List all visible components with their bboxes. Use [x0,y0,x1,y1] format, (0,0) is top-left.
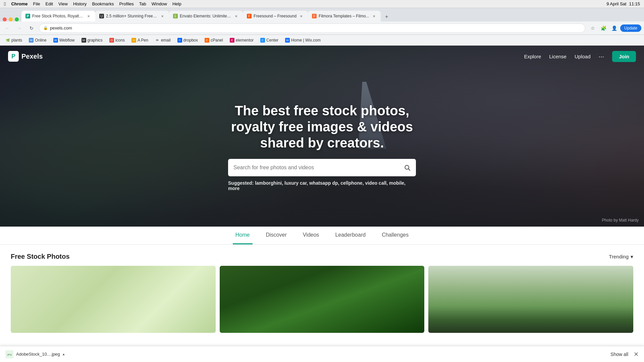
search-container: Suggested: lamborghini, luxury car, what… [228,159,416,191]
app-menu-file[interactable]: File [33,1,40,6]
bookmark-label-dropbox: dropbox [183,38,198,43]
menubar-time: 11:15 [629,1,640,6]
bookmark-email[interactable]: ✉ email [152,37,173,44]
bookmark-label-apen: A Pen [138,38,148,43]
nav-license[interactable]: License [549,54,567,59]
search-suggestions: Suggested: lamborghini, luxury car, what… [228,180,416,191]
nav-explore[interactable]: Explore [524,54,541,59]
suggestions-text[interactable]: lamborghini, luxury car, whatsapp dp, ce… [228,180,406,191]
header-nav: Explore License Upload ··· Join [524,51,636,62]
search-input[interactable] [233,165,400,171]
hero-title: The best free stock photos, royalty free… [221,103,423,151]
browser-tab-pexels[interactable]: P Free Stock Photos, Royalty Fre... ✕ [21,11,95,21]
app-menu-view[interactable]: View [58,1,68,6]
bookmark-favicon-cpanel: C [205,38,209,43]
bookmark-plants[interactable]: 🌿 plants [3,37,25,44]
app-menu-profiles[interactable]: Profiles [119,1,133,6]
bookmark-icons[interactable]: O icons [107,37,127,44]
chevron-down-icon: ▾ [631,254,633,260]
bookmark-label-wix: Home | Wix.com [291,38,321,43]
bookmark-label-elementor: elementor [236,38,254,43]
tab-close-unsplash[interactable]: ✕ [160,13,165,19]
app-menu-chrome[interactable]: Chrome [11,1,28,6]
photo-card-3[interactable] [428,266,633,333]
window-close-button[interactable] [3,17,7,21]
bookmark-favicon-online: W [29,38,34,43]
nav-more-icon[interactable]: ··· [598,53,604,60]
tab-favicon-unsplash: U [99,14,104,18]
photo-card-1[interactable] [11,266,216,333]
bookmark-dropbox[interactable]: D dropbox [175,37,201,44]
trending-dropdown[interactable]: Trending ▾ [609,254,633,260]
window-maximize-button[interactable] [15,17,19,21]
bookmark-favicon-dropbox: D [177,38,182,43]
new-tab-button[interactable]: + [382,12,391,21]
traffic-lights [3,17,19,21]
tab-close-filmora[interactable]: ✕ [371,13,377,19]
photos-header: Free Stock Photos Trending ▾ [11,253,633,260]
app-menu-window[interactable]: Window [152,1,167,6]
tab-title-unsplash: 2.5 million+ Stunning Free Ima... [106,14,158,18]
ssl-lock-icon: 🔒 [43,26,48,30]
app-menu-help[interactable]: Help [172,1,181,6]
bookmark-webflow[interactable]: W Webflow [51,37,77,44]
bookmark-wix[interactable]: W Home | Wix.com [282,37,323,44]
photo-grid [11,266,633,333]
tab-favicon-pexels: P [25,14,30,18]
reload-button[interactable]: ↻ [27,23,36,33]
forward-button[interactable]: → [15,23,24,33]
trending-label: Trending [609,254,629,259]
browser-tab-filmora[interactable]: F Filmora Templates – Filmo... ✕ [308,11,381,21]
bookmark-apen[interactable]: A A Pen [129,37,151,44]
tab-title-freesound: Freesound – Freesound [254,14,297,18]
extension-puzzle-icon[interactable]: 🧩 [599,23,608,33]
url-text: pexels.com [50,25,581,31]
photo-card-2[interactable] [220,266,425,333]
tab-favicon-filmora: F [312,14,317,18]
tab-home[interactable]: Home [233,227,253,244]
hero-content: The best free stock photos, royalty free… [0,46,644,227]
browser-tab-freesound[interactable]: F Freesound – Freesound ✕ [243,11,308,21]
tab-close-envato[interactable]: ✕ [233,13,239,19]
url-bar[interactable]: 🔒 pexels.com [39,23,585,33]
bookmark-star-icon[interactable]: ☆ [588,23,597,33]
bookmark-favicon-webflow: W [53,38,58,43]
back-button[interactable]: ← [3,23,12,33]
browser-tab-envato[interactable]: E Envato Elements: Unlimited St... ✕ [169,11,243,21]
app-menu-history[interactable]: History [73,1,87,6]
bookmark-label-online: Online [35,38,47,43]
search-button[interactable] [404,164,411,171]
nav-upload[interactable]: Upload [575,54,591,59]
app-menu-tab[interactable]: Tab [139,1,146,6]
bookmark-cpanel[interactable]: C cPanel [202,37,226,44]
tab-close-pexels[interactable]: ✕ [86,13,91,19]
window-minimize-button[interactable] [9,17,13,21]
bookmark-graphics[interactable]: M graphics [79,37,105,44]
address-bar: ← → ↻ 🔒 pexels.com ☆ 🧩 👤 Update [0,21,644,35]
tab-title-pexels: Free Stock Photos, Royalty Fre... [32,14,84,18]
browser-tab-unsplash[interactable]: U 2.5 million+ Stunning Free Ima... ✕ [95,11,169,21]
join-button[interactable]: Join [612,51,636,62]
bookmark-favicon-center: C [260,38,265,43]
bookmarks-bar: 🌿 plants W Online W Webflow M graphics O… [0,35,644,46]
site-logo[interactable]: P Pexels [8,51,43,62]
tab-videos[interactable]: Videos [300,227,322,244]
tab-leaderboard[interactable]: Leaderboard [332,227,368,244]
bookmark-online[interactable]: W Online [26,37,49,44]
page-content: P Pexels Explore License Upload ··· Join… [0,46,644,341]
bookmark-favicon-apen: A [131,38,136,43]
update-chrome-button[interactable]: Update [620,24,641,32]
mac-menubar:  Chrome File Edit View History Bookmark… [0,0,644,8]
profile-avatar-icon[interactable]: 👤 [609,23,619,33]
tab-challenges[interactable]: Challenges [379,227,411,244]
apple-menu[interactable]:  [4,1,6,7]
app-menu-bookmarks[interactable]: Bookmarks [92,1,114,6]
app-menu-edit[interactable]: Edit [46,1,53,6]
bookmark-elementor[interactable]: E elementor [227,37,256,44]
bookmark-label-plants: plants [11,38,22,43]
bookmark-center[interactable]: C Center [258,37,281,44]
tab-discover[interactable]: Discover [263,227,289,244]
tab-close-freesound[interactable]: ✕ [299,13,304,19]
tab-favicon-freesound: F [247,14,252,18]
tab-favicon-envato: E [173,14,178,18]
